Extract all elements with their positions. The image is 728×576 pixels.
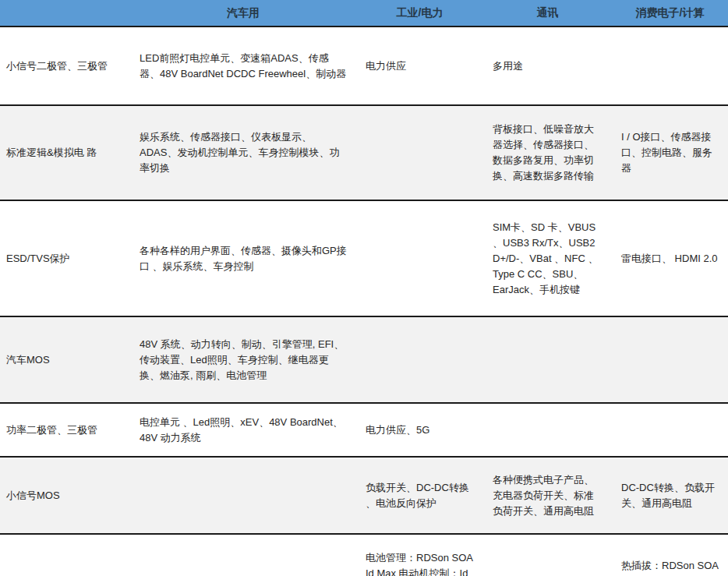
row-label-cell: 功率二极管、三极管	[0, 403, 130, 457]
application-cell	[356, 105, 483, 200]
application-cell: LED前照灯电控单元、变速箱ADAS、传感器、48V BoardNet DCDC…	[130, 27, 356, 105]
application-cell: 电控单元 、Led照明、xEV、48V BoardNet、48V 动力系统	[130, 403, 356, 457]
header-row: 汽车用工业/电力通讯消费电子/计算	[0, 0, 728, 27]
application-cell: 热插拔：RDSon SOA 供电：RDSon SOA、DC:DC: Rdson …	[612, 534, 728, 576]
application-cell: 48V 系统、动力转向、制动、引擎管理, EFI、传动装置、Led照明、车身控制…	[130, 316, 356, 403]
column-header: 消费电子/计算	[612, 0, 728, 27]
application-cell: 各种便携式电子产品、充电器负荷开关、标准负荷开关、通用高电阻	[483, 457, 612, 534]
application-cell: DC-DC转换、负载开关、通用高电阻	[612, 457, 728, 534]
application-cell	[356, 200, 483, 316]
application-cell	[612, 27, 728, 105]
application-cell: 电力供应	[356, 27, 483, 105]
row-label-cell: 汽车MOS	[0, 316, 130, 403]
application-cell: 负载开关、DC-DC转换 、电池反向保护	[356, 457, 483, 534]
row-label-cell: 小信号二极管、三极管	[0, 27, 130, 105]
table-row: ESD/TVS保护各种各样的用户界面、传感器、摄像头和GP接口 、娱乐系统、车身…	[0, 200, 728, 316]
column-header	[0, 0, 130, 27]
table-row: 功率二极管、三极管电控单元 、Led照明、xEV、48V BoardNet、48…	[0, 403, 728, 457]
application-cell: 背板接口、低噪音放大器选择、传感器接口、数据多路复用、功率切换、高速数据多路传输	[483, 105, 612, 200]
table-row: 功率 MOS电池管理：RDSon SOA Id Max 电动机控制：Id Max…	[0, 534, 728, 576]
row-label-cell: ESD/TVS保护	[0, 200, 130, 316]
application-cell: 雷电接口、 HDMI 2.0	[612, 200, 728, 316]
table-row: 汽车MOS48V 系统、动力转向、制动、引擎管理, EFI、传动装置、Led照明…	[0, 316, 728, 403]
row-label-cell: 标准逻辑&模拟电 路	[0, 105, 130, 200]
row-label-cell: 功率 MOS	[0, 534, 130, 576]
column-header: 通讯	[483, 0, 612, 27]
application-cell	[130, 457, 356, 534]
table-row: 标准逻辑&模拟电 路娱乐系统、传感器接口、仪表板显示、ADAS、发动机控制单元、…	[0, 105, 728, 200]
row-label-cell: 小信号MOS	[0, 457, 130, 534]
application-cell: 快充RDSon Thermal	[483, 534, 612, 576]
application-cell	[483, 403, 612, 457]
application-cell	[130, 534, 356, 576]
application-cell	[612, 316, 728, 403]
application-cell: I / O接口、传感器接口、控制电路、服务器	[612, 105, 728, 200]
application-cell	[612, 403, 728, 457]
table-row: 小信号MOS负载开关、DC-DC转换 、电池反向保护各种便携式电子产品、充电器负…	[0, 457, 728, 534]
application-cell: 电力供应、5G	[356, 403, 483, 457]
column-header: 工业/电力	[356, 0, 483, 27]
table-row: 小信号二极管、三极管LED前照灯电控单元、变速箱ADAS、传感器、48V Boa…	[0, 27, 728, 105]
application-cell: 电池管理：RDSon SOA Id Max 电动机控制：Id Max EMC T…	[356, 534, 483, 576]
table-body: 小信号二极管、三极管LED前照灯电控单元、变速箱ADAS、传感器、48V Boa…	[0, 27, 728, 576]
column-header: 汽车用	[130, 0, 356, 27]
application-cell: 多用途	[483, 27, 612, 105]
application-cell	[356, 316, 483, 403]
applications-table: 汽车用工业/电力通讯消费电子/计算 小信号二极管、三极管LED前照灯电控单元、变…	[0, 0, 728, 576]
application-cell: 娱乐系统、传感器接口、仪表板显示、ADAS、发动机控制单元、车身控制模块、功率切…	[130, 105, 356, 200]
application-cell: 各种各样的用户界面、传感器、摄像头和GP接口 、娱乐系统、车身控制	[130, 200, 356, 316]
application-cell: SIM卡、SD 卡、VBUS 、USB3 Rx/Tx、USB2 D+/D-、VB…	[483, 200, 612, 316]
table-header: 汽车用工业/电力通讯消费电子/计算	[0, 0, 728, 27]
application-cell	[483, 316, 612, 403]
